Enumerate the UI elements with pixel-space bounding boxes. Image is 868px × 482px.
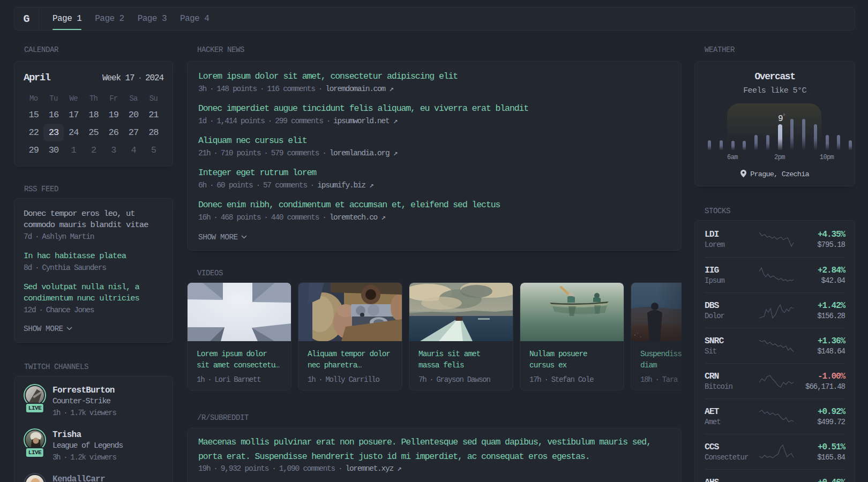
- svg-text:·ˈˌ: ·ˈˌ: [633, 333, 642, 338]
